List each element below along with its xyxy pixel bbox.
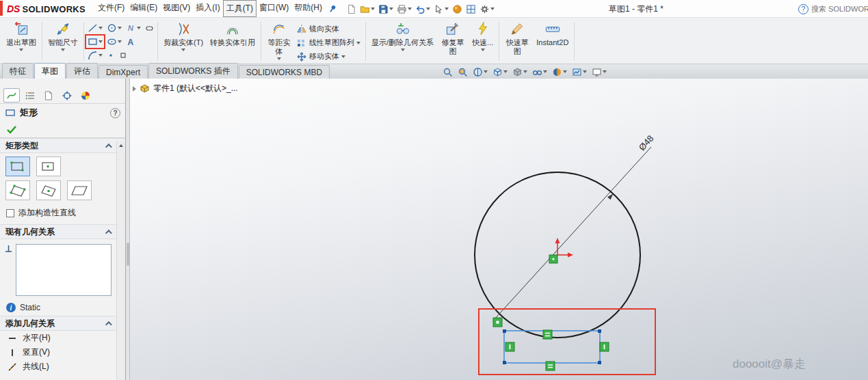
horizontal-relation-marker[interactable]	[543, 330, 552, 339]
chevron-down-icon[interactable]	[61, 49, 65, 51]
sketch-canvas[interactable]: Ø48	[130, 79, 868, 380]
chevron-down-icon[interactable]	[389, 8, 393, 10]
expand-arrow-icon[interactable]	[133, 86, 136, 92]
linear-sketch-pattern-button[interactable]: 线性草图阵列	[296, 36, 360, 49]
slot-tool-button[interactable]	[144, 22, 155, 34]
relation-collinear-button[interactable]: 共线(L)	[0, 359, 125, 374]
vertical-relation-marker[interactable]	[600, 342, 609, 351]
menu-item-window[interactable]: 窗口(W)	[257, 0, 291, 17]
relation-vertical-button[interactable]: 竖直(V)	[0, 345, 125, 359]
rectangle-vertex-handle[interactable]	[598, 329, 601, 333]
chevron-down-icon[interactable]	[603, 70, 607, 73]
chevron-down-icon[interactable]	[341, 55, 345, 58]
dimension-text[interactable]: Ø48	[637, 133, 656, 152]
chevron-down-icon[interactable]	[583, 70, 587, 73]
print-button[interactable]	[396, 3, 412, 16]
pm-tab-dimxpert[interactable]	[59, 88, 75, 103]
tab-features[interactable]: 特征	[2, 63, 34, 79]
construction-geometry-button[interactable]	[118, 49, 129, 62]
ellipse-tool-button[interactable]	[105, 36, 123, 48]
existing-relations-listbox[interactable]	[16, 244, 111, 296]
new-document-button[interactable]	[345, 3, 357, 16]
search-input[interactable]: 搜索 SOLIDWORKS	[811, 4, 868, 14]
chevron-down-icon[interactable]	[490, 8, 495, 10]
chevron-down-icon[interactable]	[445, 8, 449, 10]
repair-sketch-button[interactable]: 修复草图	[437, 19, 469, 64]
chevron-down-icon[interactable]	[503, 70, 508, 73]
rectangle-vertex-handle[interactable]	[503, 361, 506, 364]
instant2d-button[interactable]: Instant2D	[533, 19, 572, 64]
chevron-down-icon[interactable]	[98, 40, 103, 43]
tab-evaluate[interactable]: 评估	[66, 63, 98, 79]
chevron-down-icon[interactable]	[481, 49, 485, 51]
chevron-down-icon[interactable]	[401, 49, 405, 51]
chevron-down-icon[interactable]	[563, 70, 567, 73]
rapid-sketch-button[interactable]: 快速草图	[501, 19, 533, 64]
vertical-relation-marker[interactable]	[505, 342, 514, 351]
appearance-sphere-button[interactable]	[451, 3, 463, 16]
chevron-down-icon[interactable]	[543, 70, 547, 73]
view-settings-button[interactable]	[591, 66, 607, 78]
chevron-down-icon[interactable]	[118, 40, 122, 43]
apply-scene-button[interactable]	[571, 66, 588, 78]
text-tool-button[interactable]: A	[124, 36, 136, 48]
move-entities-button[interactable]: 移动实体	[296, 50, 360, 63]
display-delete-relations-button[interactable]: 显示/删除几何关系	[368, 19, 437, 64]
checkbox-icon[interactable]	[6, 209, 14, 217]
add-construction-lines-option[interactable]: 添加构造性直线	[0, 206, 125, 224]
chevron-down-icon[interactable]	[98, 54, 103, 57]
arc-tool-button[interactable]	[86, 49, 104, 62]
add-relations-section-header[interactable]: 添加几何关系	[0, 316, 125, 331]
tab-sketch[interactable]: 草图	[34, 63, 66, 79]
chevron-down-icon[interactable]	[181, 49, 185, 51]
view-orientation-button[interactable]	[492, 66, 508, 78]
three-point-corner-rectangle-button[interactable]	[5, 180, 30, 200]
scroll-up-icon[interactable]	[119, 144, 123, 147]
undo-button[interactable]	[415, 3, 431, 16]
search-box[interactable]: ? 搜索 SOLIDWORKS	[797, 1, 868, 16]
corner-rectangle-button[interactable]	[5, 157, 30, 176]
existing-relations-section-header[interactable]: 现有几何关系	[0, 224, 125, 239]
chevron-down-icon[interactable]	[19, 49, 23, 51]
convert-entities-button[interactable]: 转换实体引用	[207, 19, 259, 64]
ok-check-icon[interactable]	[6, 124, 17, 135]
rectangle-vertex-handle[interactable]	[503, 329, 506, 333]
rectangle-tool-button[interactable]	[86, 36, 104, 48]
help-icon[interactable]: ?	[798, 4, 808, 14]
offset-entities-button[interactable]: 等距实体	[263, 19, 295, 64]
circle-tool-button[interactable]	[105, 22, 123, 34]
smart-dimension-button[interactable]: 智能尺寸	[44, 19, 81, 64]
coincident-relation-marker[interactable]	[493, 318, 502, 327]
splitter-grip[interactable]	[127, 243, 129, 266]
quick-snaps-button[interactable]: 快速...	[469, 19, 497, 64]
mirror-entities-button[interactable]: 镜向实体	[296, 23, 360, 36]
chevron-down-icon[interactable]	[277, 57, 281, 60]
display-style-button[interactable]	[512, 66, 528, 78]
point-tool-button[interactable]	[105, 49, 116, 62]
pm-tab-featuremanager[interactable]	[22, 88, 38, 103]
pm-tab-configurations[interactable]	[40, 88, 57, 103]
chevron-down-icon[interactable]	[137, 27, 141, 29]
select-tool-button[interactable]	[433, 3, 449, 16]
tab-solidworks-mbd[interactable]: SOLIDWORKS MBD	[239, 65, 330, 79]
tab-dimxpert[interactable]: DimXpert	[98, 65, 148, 79]
view-grid-button[interactable]	[465, 3, 477, 16]
edit-appearance-button[interactable]	[551, 66, 568, 78]
graphics-area[interactable]: 零件1 (默认<<默认>_... Ø48	[130, 79, 868, 380]
chevron-down-icon[interactable]	[523, 70, 527, 73]
menu-item-file[interactable]: 文件(F)	[95, 0, 127, 17]
feature-tree-node[interactable]: 零件1 (默认<<默认>_...	[133, 83, 238, 94]
three-point-center-rectangle-button[interactable]	[36, 180, 61, 200]
pm-tab-displaymanager[interactable]	[77, 88, 94, 103]
spline-tool-button[interactable]: N	[124, 22, 142, 34]
chevron-down-icon[interactable]	[118, 27, 122, 29]
menu-item-view[interactable]: 视图(V)	[160, 0, 193, 17]
tab-solidworks-addins[interactable]: SOLIDWORKS 插件	[148, 63, 238, 79]
hide-show-items-button[interactable]	[531, 66, 548, 78]
menu-item-edit[interactable]: 编辑(E)	[127, 0, 160, 17]
horizontal-relation-marker[interactable]	[546, 362, 555, 370]
chevron-down-icon[interactable]	[484, 70, 488, 73]
parallelogram-button[interactable]	[67, 180, 92, 200]
chevron-up-icon[interactable]	[105, 229, 112, 236]
dimension-leader-line[interactable]	[494, 147, 651, 320]
